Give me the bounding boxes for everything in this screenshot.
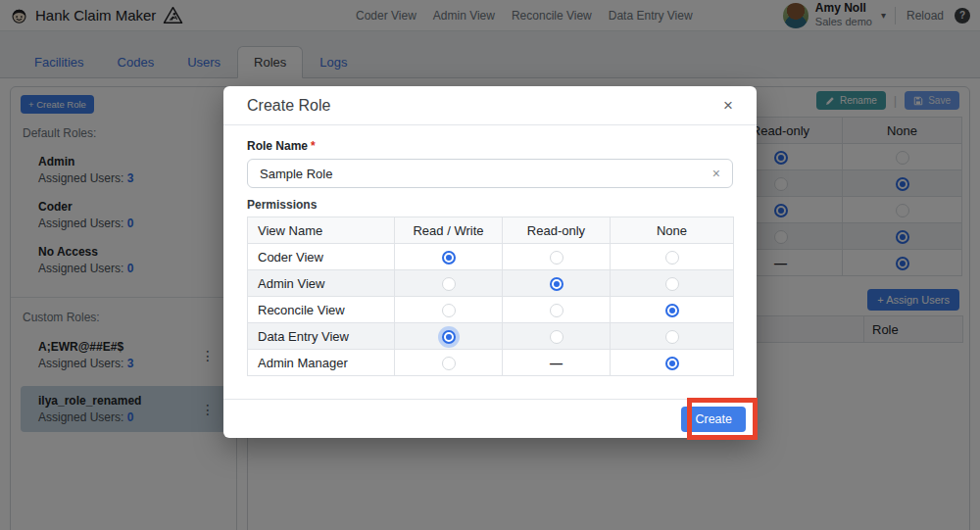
none-radio[interactable] bbox=[665, 330, 679, 344]
read-write-radio[interactable] bbox=[442, 251, 456, 265]
modal-footer: Create bbox=[223, 399, 757, 438]
role-name-input[interactable] bbox=[260, 167, 710, 181]
read-write-radio[interactable] bbox=[442, 330, 456, 344]
permissions-label: Permissions bbox=[247, 198, 733, 212]
clear-input-icon[interactable]: × bbox=[710, 166, 722, 181]
modal-body: Role Name* × Permissions View Name Read … bbox=[223, 125, 757, 376]
read-only-radio[interactable] bbox=[550, 304, 564, 317]
read-write-radio[interactable] bbox=[442, 277, 456, 291]
table-row: Reconcile View bbox=[248, 297, 734, 323]
read-only-radio[interactable] bbox=[550, 330, 564, 344]
close-icon[interactable]: × bbox=[723, 97, 733, 114]
read-only-radio[interactable] bbox=[550, 251, 564, 265]
modal-permissions-table: View Name Read / Write Read-only None Co… bbox=[247, 217, 734, 376]
view-name-cell: Reconcile View bbox=[248, 297, 395, 323]
none-radio[interactable] bbox=[665, 251, 679, 265]
column-header-view-name: View Name bbox=[248, 217, 395, 244]
read-only-radio[interactable] bbox=[550, 277, 564, 291]
view-name-cell: Admin View bbox=[248, 270, 395, 297]
table-row: Data Entry View bbox=[248, 323, 734, 350]
none-radio[interactable] bbox=[665, 304, 679, 317]
table-row: Coder View bbox=[248, 244, 734, 270]
view-name-cell: Admin Manager bbox=[248, 350, 395, 376]
column-header-read-write: Read / Write bbox=[395, 217, 503, 244]
modal-header: Create Role × bbox=[223, 86, 757, 125]
read-only-radio[interactable] bbox=[550, 356, 563, 370]
none-radio[interactable] bbox=[665, 357, 679, 370]
view-name-cell: Coder View bbox=[248, 244, 395, 270]
role-name-label: Role Name* bbox=[247, 139, 733, 153]
app-window: Hank Claim Maker Coder View Admin View R… bbox=[0, 0, 980, 530]
role-name-field-wrapper: × bbox=[247, 159, 733, 188]
read-write-radio[interactable] bbox=[442, 357, 456, 370]
table-row: Admin Manager bbox=[248, 350, 734, 376]
create-button[interactable]: Create bbox=[681, 407, 746, 432]
table-row: Admin View bbox=[248, 270, 734, 297]
none-radio[interactable] bbox=[665, 277, 679, 291]
column-header-read-only: Read-only bbox=[503, 217, 611, 244]
view-name-cell: Data Entry View bbox=[248, 323, 395, 350]
column-header-none: None bbox=[611, 217, 734, 244]
modal-title: Create Role bbox=[247, 97, 330, 115]
read-write-radio[interactable] bbox=[442, 304, 456, 317]
required-marker: * bbox=[311, 139, 316, 153]
create-role-modal: Create Role × Role Name* × Permissions V… bbox=[223, 86, 757, 438]
